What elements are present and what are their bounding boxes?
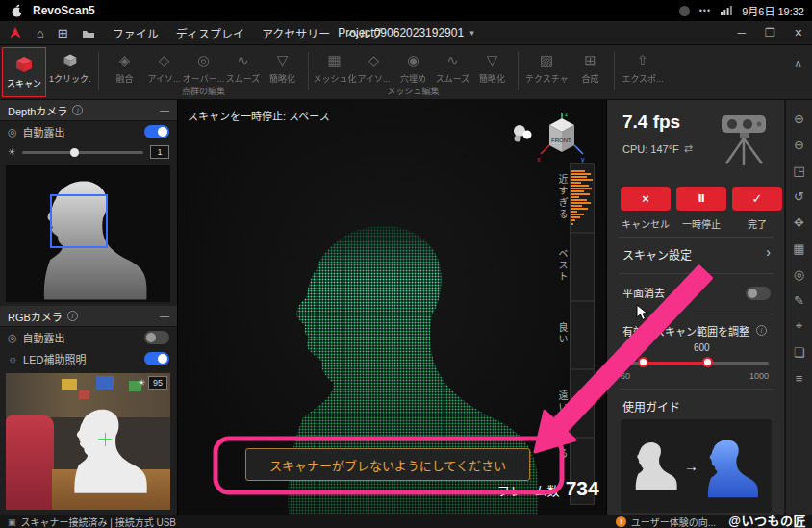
scan-viewport[interactable]: スキャンを一時停止: スペース z FRONT x y 近すぎる ベスト 良い … bbox=[178, 100, 606, 515]
divider bbox=[619, 314, 774, 314]
depth-camera-title: Depthカメラ bbox=[8, 103, 67, 118]
scan-control-panel: 7.4 fps CPU: 147°F ⇄ × Ⅱ ✓ キャンセル 一時停止 完了… bbox=[606, 100, 784, 515]
screenshot-icon[interactable]: ❏ bbox=[791, 343, 808, 361]
scan-range-title: 有効なスキャン範囲を調整 bbox=[622, 323, 749, 339]
grid-icon[interactable]: ▦ bbox=[791, 239, 808, 257]
range-min-value: 180 bbox=[630, 342, 647, 353]
range-handle-max[interactable] bbox=[702, 357, 713, 367]
pan-icon[interactable]: ✥ bbox=[791, 214, 808, 231]
cancel-button-label: キャンセル bbox=[621, 216, 671, 231]
collapse-section-icon[interactable]: — bbox=[160, 311, 169, 321]
menu-accessories[interactable]: アクセサリー bbox=[262, 25, 330, 41]
depth-auto-exposure-toggle[interactable] bbox=[144, 125, 169, 138]
home-icon[interactable]: ⌂ bbox=[37, 27, 44, 39]
signal-icon[interactable] bbox=[721, 6, 732, 15]
view-cube[interactable]: z FRONT x y bbox=[536, 110, 588, 163]
project-selector[interactable]: Project09062023192901 ▾ bbox=[338, 26, 473, 39]
depth-exposure-slider[interactable] bbox=[22, 151, 143, 154]
menu-extras-icon[interactable]: ••• bbox=[699, 6, 711, 15]
tool-one-click[interactable]: 1クリック... bbox=[46, 45, 94, 99]
cancel-icon: × bbox=[642, 191, 649, 206]
open-folder-icon[interactable] bbox=[82, 29, 95, 39]
zoom-in-icon[interactable]: ⊕ bbox=[791, 110, 808, 127]
complete-button-label: 完了 bbox=[732, 216, 782, 231]
pause-icon: Ⅱ bbox=[698, 192, 704, 205]
cancel-button[interactable]: × bbox=[621, 187, 671, 211]
simplify-mesh-icon: ▽ bbox=[487, 53, 498, 68]
brightness-icon: ☀ bbox=[138, 378, 145, 388]
mesh-edit-group: ▦ メッシュ化 ◇ アイソ... ◉ 穴埋め ∿ スムーズ ▽ 簡略化 メッシュ… bbox=[313, 45, 514, 99]
rgb-auto-exposure-label: 自動露出 bbox=[23, 330, 65, 345]
render-mode-spheres-icon[interactable] bbox=[511, 121, 536, 146]
rgb-exposure-value[interactable]: 95 bbox=[148, 376, 167, 390]
feedback-link[interactable]: ユーザー体験の向... bbox=[631, 515, 716, 528]
tool-isolate-label: アイソ... bbox=[147, 72, 180, 85]
center-view-icon[interactable]: ◎ bbox=[791, 265, 808, 283]
apple-menu-icon[interactable] bbox=[12, 4, 23, 18]
info-icon[interactable]: i bbox=[72, 105, 83, 115]
depth-camera-header: Depthカメラ i — bbox=[0, 100, 177, 121]
feedback-icon[interactable]: ! bbox=[616, 516, 626, 527]
window-close-button[interactable]: × bbox=[795, 25, 802, 40]
unit-toggle-icon[interactable]: ⇄ bbox=[684, 142, 693, 155]
fuse-icon: ◈ bbox=[119, 53, 131, 68]
tool-merge[interactable]: ⊞ 合成 bbox=[571, 45, 610, 99]
chevron-right-icon[interactable]: › bbox=[766, 244, 771, 260]
led-toggle[interactable] bbox=[144, 352, 169, 365]
led-label: LED補助照明 bbox=[23, 351, 86, 366]
control-center-icon[interactable] bbox=[679, 6, 690, 16]
tool-scan[interactable]: スキャン bbox=[2, 47, 46, 97]
more-tools-icon[interactable]: ≡ bbox=[791, 369, 808, 387]
os-titlebar: RevoScan5 ••• 9月6日 19:32 bbox=[0, 0, 812, 21]
revoscan-window: RevoScan5 ••• 9月6日 19:32 ⌂ ⊞ ファイル ディスプレイ… bbox=[0, 0, 812, 528]
measure-icon[interactable]: ⌖ bbox=[791, 317, 808, 335]
tool-export[interactable]: ⇧ エクスポ... bbox=[619, 45, 667, 99]
complete-button[interactable]: ✓ bbox=[732, 187, 782, 211]
menu-file[interactable]: ファイル bbox=[113, 25, 159, 41]
orbit-icon[interactable]: ↺ bbox=[791, 188, 808, 205]
stability-toast: スキャナーがブレないようにしてください bbox=[245, 448, 530, 481]
scan-settings-row[interactable]: スキャン設定 bbox=[622, 246, 692, 263]
depth-exposure-handle[interactable] bbox=[70, 148, 79, 157]
aperture-icon: ◎ bbox=[8, 332, 17, 344]
toolbar-separator bbox=[308, 52, 309, 90]
range-scale-min: 60 bbox=[621, 371, 630, 381]
pause-button[interactable]: Ⅱ bbox=[676, 187, 726, 211]
info-icon[interactable]: i bbox=[756, 325, 767, 336]
tool-fill-holes-label: 穴埋め bbox=[400, 72, 426, 85]
zoom-out-icon[interactable]: ⊖ bbox=[791, 136, 808, 153]
aperture-icon: ◎ bbox=[8, 126, 17, 138]
axis-z-label: z bbox=[565, 111, 569, 117]
distance-label-good: 良い bbox=[555, 322, 570, 345]
rgb-camera-header: RGBカメラ i — bbox=[0, 306, 177, 327]
revoscan-logo-icon bbox=[8, 25, 23, 40]
distance-label-too-close: 近すぎる bbox=[555, 174, 570, 220]
plane-removal-label: 平面消去 bbox=[622, 285, 665, 300]
system-clock[interactable]: 9月6日 19:32 bbox=[742, 3, 804, 18]
info-icon[interactable]: i bbox=[683, 287, 694, 297]
isolate-icon: ◇ bbox=[159, 53, 170, 68]
menu-display[interactable]: ディスプレイ bbox=[176, 25, 244, 41]
axis-y-label: y bbox=[581, 156, 585, 163]
depth-exposure-value[interactable]: 1 bbox=[150, 145, 169, 159]
window-restore-button[interactable]: ❐ bbox=[765, 26, 775, 39]
plane-removal-toggle[interactable] bbox=[746, 287, 771, 300]
new-project-icon[interactable]: ⊞ bbox=[58, 27, 68, 39]
fit-view-icon[interactable]: ◳ bbox=[791, 162, 808, 179]
rgb-auto-exposure-toggle[interactable] bbox=[144, 331, 169, 344]
depth-tracking-box bbox=[50, 194, 108, 248]
range-handle-min[interactable] bbox=[638, 357, 648, 367]
toolbar-collapse-icon[interactable]: ∧ bbox=[794, 57, 802, 99]
window-minimize-button[interactable]: ─ bbox=[738, 26, 747, 39]
info-icon[interactable]: i bbox=[67, 311, 78, 321]
simplify-icon: ▽ bbox=[277, 53, 289, 68]
annotate-icon[interactable]: ✎ bbox=[791, 291, 808, 309]
distance-label-best: ベスト bbox=[555, 248, 570, 283]
tool-texture[interactable]: ▨ テクスチャ bbox=[522, 45, 571, 99]
main-toolbar: スキャン 1クリック... ◈ 融合 ◇ アイソ... ◎ オーバー... bbox=[0, 45, 812, 100]
point-cloud-edit-caption: 点群の編集 bbox=[103, 85, 304, 97]
check-icon: ✓ bbox=[752, 191, 763, 206]
smooth-icon: ∿ bbox=[237, 53, 249, 68]
pause-button-label: 一時停止 bbox=[676, 216, 726, 231]
collapse-section-icon[interactable]: — bbox=[160, 105, 169, 115]
